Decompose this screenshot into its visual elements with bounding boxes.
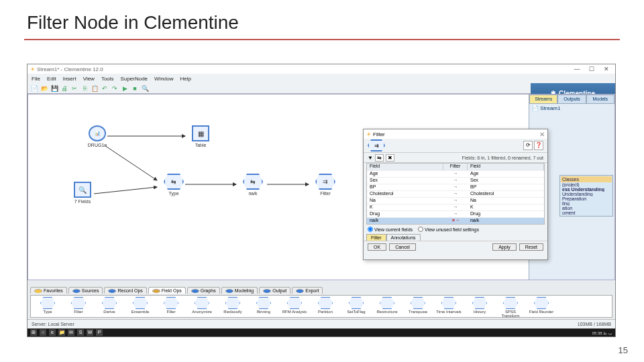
fields-table[interactable]: Field Filter Field Age→AgeSex→SexBP→BPCh… <box>366 163 545 225</box>
minimize-button[interactable]: — <box>571 66 583 72</box>
menu-file[interactable]: File <box>32 76 40 82</box>
palette-node[interactable]: Time Intervals <box>435 297 463 316</box>
print-icon[interactable]: 🖨 <box>60 84 68 93</box>
palette-tab[interactable]: Graphs <box>187 287 220 294</box>
tab-annotations[interactable]: Annotations <box>386 234 421 241</box>
funnel-icon[interactable]: ▼ <box>368 155 373 161</box>
tab-filter[interactable]: Filter <box>366 234 386 241</box>
palette-node[interactable]: Filter <box>64 297 93 316</box>
cancel-button[interactable]: Cancel <box>389 243 416 251</box>
new-icon[interactable]: 📄 <box>30 84 38 93</box>
radio-unused-fields[interactable]: View unused field settings <box>418 227 479 232</box>
node-table[interactable]: ▦Table <box>186 125 215 147</box>
task-icon[interactable]: W <box>87 329 93 336</box>
dialog-close-button[interactable]: ✕ <box>539 131 545 138</box>
palette-node[interactable]: Transpose <box>404 297 432 316</box>
tool-icon[interactable]: ⇆ <box>375 154 384 162</box>
table-row[interactable]: Age→Age <box>367 170 544 177</box>
stream-item[interactable]: Stream1 <box>540 105 560 111</box>
help-icon[interactable]: ❓ <box>534 141 543 150</box>
cut-icon[interactable]: ✂ <box>70 84 78 93</box>
node-type[interactable]: ⇆Type <box>160 174 188 196</box>
paste-icon[interactable]: 📋 <box>91 84 99 93</box>
palette-node[interactable]: SetToFlag <box>342 297 370 316</box>
undo-icon[interactable]: ↶ <box>101 84 109 93</box>
palette-node[interactable]: Binning <box>250 297 278 316</box>
palette-node[interactable]: Partition <box>311 297 339 316</box>
radio-current-fields[interactable]: View current fields <box>368 227 413 232</box>
crisp-item[interactable]: ation <box>561 206 612 210</box>
table-row[interactable]: K→K <box>367 204 544 210</box>
node-palette[interactable]: TypeFilterDeriveEnsembleFillerAnonymizeR… <box>30 295 612 318</box>
menu-supernode[interactable]: SuperNode <box>121 76 148 82</box>
palette-tab[interactable]: Output <box>259 287 290 294</box>
maximize-button[interactable]: ☐ <box>586 66 598 72</box>
palette-node[interactable]: Derive <box>95 297 123 316</box>
save-icon[interactable]: 💾 <box>50 84 58 93</box>
task-icon[interactable]: ○ <box>40 329 46 336</box>
palette-tab[interactable]: Modeling <box>221 287 258 294</box>
reset-button[interactable]: Reset <box>519 243 543 251</box>
menu-view[interactable]: View <box>83 76 95 82</box>
palette-tab[interactable]: Favorites <box>30 287 67 294</box>
palette-node[interactable]: Restructure <box>373 297 401 316</box>
crisp-item[interactable]: ess Understanding <box>561 187 612 192</box>
close-button[interactable]: ✕ <box>600 66 612 72</box>
palette-node[interactable]: Filler <box>157 297 185 316</box>
node-filter[interactable]: ⇉Filter <box>311 174 339 196</box>
table-row[interactable]: na/k✕→na/k <box>367 217 544 224</box>
node-7fields[interactable]: 🔍7 Fields <box>68 182 97 204</box>
table-row[interactable]: Drug→Drug <box>367 210 544 217</box>
crisp-item[interactable]: oment <box>561 210 612 215</box>
menu-insert[interactable]: Insert <box>63 76 76 82</box>
zoom-icon[interactable]: 🔍 <box>141 84 149 93</box>
refresh-icon[interactable]: ⟳ <box>523 141 533 150</box>
palette-node[interactable]: History <box>466 297 494 316</box>
palette-tab[interactable]: Record Ops <box>104 287 146 294</box>
palette-node[interactable]: Ensemble <box>126 297 154 316</box>
palette-tab[interactable]: Sources <box>68 287 103 294</box>
menu-tools[interactable]: Tools <box>101 76 114 82</box>
apply-button[interactable]: Apply <box>492 243 517 251</box>
palette-node[interactable]: Reclassify <box>219 297 247 316</box>
crisp-item[interactable]: Preparation <box>561 196 612 201</box>
menu-help[interactable]: Help <box>180 76 191 82</box>
palette-node[interactable]: SPSS Transform <box>496 297 525 316</box>
tab-streams[interactable]: Streams <box>529 95 557 104</box>
task-icon[interactable]: S <box>77 329 84 336</box>
menu-edit[interactable]: Edit <box>47 76 56 82</box>
task-icon[interactable]: e <box>49 329 56 336</box>
tab-models[interactable]: Models <box>586 95 614 104</box>
task-icon[interactable]: 📁 <box>58 329 65 336</box>
start-button[interactable]: ⊞ <box>30 329 37 336</box>
node-nak[interactable]: ⇆na/k <box>239 174 267 196</box>
crisp-item[interactable]: ling <box>561 201 612 206</box>
table-row[interactable]: Sex→Sex <box>367 177 544 184</box>
palette-tab[interactable]: Field Ops <box>148 287 186 294</box>
crisp-item[interactable]: (project) <box>561 182 612 187</box>
run-icon[interactable]: ▶ <box>121 84 129 93</box>
crisp-item[interactable]: Understanding <box>561 192 612 196</box>
task-icon[interactable]: P <box>96 329 103 336</box>
redo-icon[interactable]: ↷ <box>111 84 119 93</box>
ok-button[interactable]: OK <box>368 243 386 251</box>
dialog-titlebar[interactable]: ☀ Filter ✕ <box>364 129 547 139</box>
task-icon[interactable]: ✉ <box>68 329 74 336</box>
palette-tab[interactable]: Export <box>292 287 323 294</box>
tool-icon[interactable]: ✖ <box>386 154 394 162</box>
table-row[interactable]: Na→Na <box>367 197 544 204</box>
menu-window[interactable]: Window <box>154 76 173 82</box>
table-row[interactable]: Cholesterol→Cholesterol <box>367 190 544 197</box>
node-drug1n[interactable]: 📊DRUG1n <box>83 125 111 147</box>
stop-icon[interactable]: ■ <box>131 84 139 93</box>
open-icon[interactable]: 📂 <box>40 84 48 93</box>
palette-node[interactable]: RFM Analysis <box>280 297 309 316</box>
palette-node[interactable]: Type <box>34 297 62 316</box>
tab-outputs[interactable]: Outputs <box>557 95 586 104</box>
svg-line-1 <box>105 145 157 180</box>
table-row[interactable]: BP→BP <box>367 184 544 190</box>
palette-node[interactable]: Anonymize <box>188 297 216 316</box>
copy-icon[interactable]: ⎘ <box>80 84 89 93</box>
palette-node[interactable]: Field Reorder <box>527 297 555 316</box>
streams-list[interactable]: 📄 Stream1 <box>529 104 614 113</box>
